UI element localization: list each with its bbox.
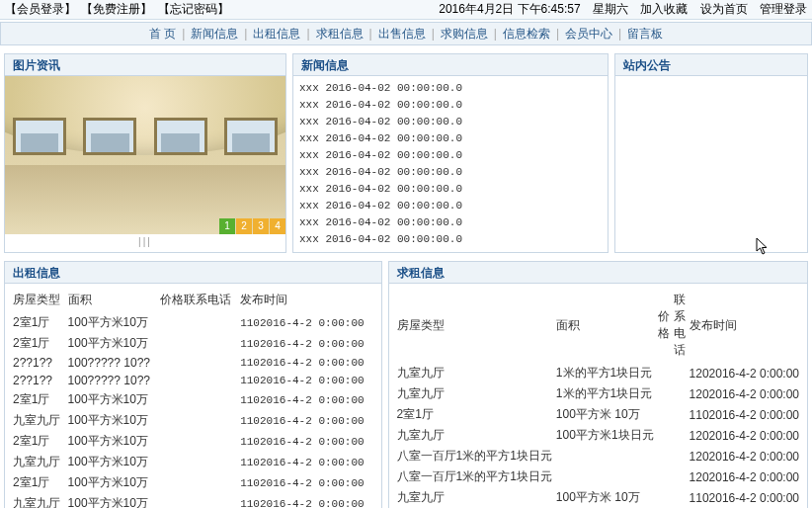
table-cell bbox=[158, 354, 238, 372]
pager-item[interactable]: 2 bbox=[236, 218, 252, 234]
table-row[interactable]: 九室九厅1米的平方1块日元1202016-4-2 0:00:00 bbox=[395, 383, 802, 404]
table-row[interactable]: 九室九厅100平方米1块日元1202016-4-2 0:00:00 bbox=[395, 425, 802, 446]
register-link[interactable]: 【免费注册】 bbox=[81, 2, 152, 16]
rent-seek-panel: 求租信息 房屋类型面积价格联系电话发布时间 九室九厅1米的平方1块日元12020… bbox=[388, 261, 809, 508]
table-cell: 1102016-4-2 0:00:00 bbox=[238, 493, 374, 508]
news-item[interactable]: xxx 2016-04-02 00:00:00.0 bbox=[299, 164, 602, 181]
table-cell: 100平方米 10万 bbox=[554, 487, 656, 508]
table-row[interactable]: 2室1厅100平方米 10万1102016-4-2 0:00:00 bbox=[395, 404, 802, 425]
nav-item[interactable]: 求租信息 bbox=[316, 26, 364, 42]
table-cell: 九室九厅 bbox=[395, 383, 554, 404]
news-panel: 新闻信息 xxx 2016-04-02 00:00:00.0xxx 2016-0… bbox=[292, 53, 609, 253]
table-row[interactable]: 九室九厅100平方米10万1102016-4-2 0:00:00 bbox=[11, 493, 375, 508]
table-row[interactable]: 2室1厅100平方米10万1102016-4-2 0:00:00 bbox=[11, 333, 375, 354]
admin-login-link[interactable]: 管理登录 bbox=[760, 2, 807, 16]
table-header: 价格联系电话 bbox=[158, 288, 238, 312]
table-cell: 100平方米10万 bbox=[66, 410, 158, 431]
table-cell: 1102016-4-2 0:00:00 bbox=[238, 333, 374, 354]
news-item[interactable]: xxx 2016-04-02 00:00:00.0 bbox=[299, 214, 602, 231]
news-item[interactable]: xxx 2016-04-02 00:00:00.0 bbox=[299, 114, 602, 130]
top-bar-left: 【会员登录】 【免费注册】 【忘记密码】 bbox=[4, 1, 230, 18]
table-cell: 2室1厅 bbox=[11, 431, 66, 452]
table-cell: 1102016-4-2 0:00:00 bbox=[238, 312, 374, 333]
table-cell bbox=[656, 404, 672, 425]
table-row[interactable]: 2室1厅100平方米10万1102016-4-2 0:00:00 bbox=[11, 389, 375, 410]
table-cell: 100平方米1块日元 bbox=[554, 425, 656, 446]
table-row[interactable]: 九室九厅100平方米 10万1102016-4-2 0:00:00 bbox=[395, 487, 802, 508]
table-cell: 2室1厅 bbox=[11, 312, 66, 333]
table-row[interactable]: 九室九厅1米的平方1块日元1202016-4-2 0:00:00 bbox=[395, 363, 802, 383]
table-cell bbox=[656, 363, 672, 383]
news-item[interactable]: xxx 2016-04-02 00:00:00.0 bbox=[299, 198, 602, 214]
nav-item[interactable]: 新闻信息 bbox=[191, 26, 238, 42]
table-header: 联系电话 bbox=[672, 288, 688, 363]
nav-item[interactable]: 信息检索 bbox=[503, 26, 550, 42]
pager-item[interactable]: 1 bbox=[219, 218, 235, 234]
news-item[interactable]: xxx 2016-04-02 00:00:00.0 bbox=[299, 147, 602, 164]
table-row[interactable]: 九室九厅100平方米10万1102016-4-2 0:00:00 bbox=[11, 452, 375, 472]
table-cell: 100????? 10?? bbox=[66, 372, 158, 389]
nav-item[interactable]: 出租信息 bbox=[253, 26, 300, 42]
nav-item[interactable]: 求购信息 bbox=[441, 26, 488, 42]
table-row[interactable]: 2室1厅100平方米10万1102016-4-2 0:00:00 bbox=[11, 431, 375, 452]
table-cell: 1202016-4-2 0:00:00 bbox=[688, 466, 801, 487]
photo-carousel[interactable]: 1234 bbox=[5, 76, 285, 234]
table-cell: 八室一百厅1米的平方1块日元 bbox=[395, 446, 554, 466]
news-item[interactable]: xxx 2016-04-02 00:00:00.0 bbox=[299, 181, 602, 198]
table-cell bbox=[672, 383, 688, 404]
table-row[interactable]: 九室九厅100平方米10万1102016-4-2 0:00:00 bbox=[11, 410, 375, 431]
table-row[interactable]: 八室一百厅1米的平方1块日元1202016-4-2 0:00:00 bbox=[395, 466, 802, 487]
announcement-panel: 站内公告 bbox=[614, 53, 808, 253]
table-cell: 九室九厅 bbox=[395, 487, 554, 508]
table-cell bbox=[158, 372, 238, 389]
weekday-label: 星期六 bbox=[593, 2, 628, 16]
rent-seek-title: 求租信息 bbox=[389, 262, 808, 284]
table-cell bbox=[656, 383, 672, 404]
table-header: 房屋类型 bbox=[395, 288, 554, 363]
news-item[interactable]: xxx 2016-04-02 00:00:00.0 bbox=[299, 130, 602, 147]
table-cell: 2室1厅 bbox=[11, 333, 66, 354]
nav-item[interactable]: 首 页 bbox=[149, 26, 176, 42]
nav-separator: | bbox=[369, 27, 372, 41]
nav-item[interactable]: 出售信息 bbox=[378, 26, 426, 42]
table-cell: 100平方米10万 bbox=[66, 472, 158, 493]
top-bar-right: 2016年4月2日 下午6:45:57 星期六 加入收藏 设为首页 管理登录 bbox=[431, 1, 808, 18]
nav-separator: | bbox=[432, 27, 435, 41]
add-favorite-link[interactable]: 加入收藏 bbox=[640, 2, 688, 16]
news-item[interactable]: xxx 2016-04-02 00:00:00.0 bbox=[299, 231, 602, 248]
table-cell bbox=[158, 389, 238, 410]
pager-item[interactable]: 4 bbox=[270, 218, 285, 234]
table-row[interactable]: 八室一百厅1米的平方1块日元1202016-4-2 0:00:00 bbox=[395, 446, 802, 466]
table-row[interactable]: 2??1??100????? 10??1102016-4-2 0:00:00 bbox=[11, 354, 375, 372]
table-cell: 100平方米10万 bbox=[66, 312, 158, 333]
table-cell: 1102016-4-2 0:00:00 bbox=[688, 487, 801, 508]
rent-out-panel: 出租信息 房屋类型面积价格联系电话发布时间 2室1厅100平方米10万11020… bbox=[4, 261, 382, 508]
table-cell bbox=[656, 487, 672, 508]
table-cell bbox=[554, 446, 656, 466]
table-cell: 1102016-4-2 0:00:00 bbox=[238, 452, 374, 472]
table-cell: 九室九厅 bbox=[395, 363, 554, 383]
main-nav: 首 页|新闻信息|出租信息|求租信息|出售信息|求购信息|信息检索|会员中心|留… bbox=[0, 22, 812, 45]
table-row[interactable]: 2室1厅100平方米10万1102016-4-2 0:00:00 bbox=[11, 312, 375, 333]
login-link[interactable]: 【会员登录】 bbox=[5, 2, 76, 16]
table-cell: 2室1厅 bbox=[11, 389, 66, 410]
pager-item[interactable]: 3 bbox=[253, 218, 269, 234]
nav-item[interactable]: 留言板 bbox=[627, 26, 663, 42]
table-cell: 1102016-4-2 0:00:00 bbox=[238, 389, 374, 410]
table-cell: 2??1?? bbox=[11, 372, 66, 389]
table-row[interactable]: 2室1厅100平方米10万1102016-4-2 0:00:00 bbox=[11, 472, 375, 493]
table-cell: 1202016-4-2 0:00:00 bbox=[688, 363, 801, 383]
news-item[interactable]: xxx 2016-04-02 00:00:00.0 bbox=[299, 80, 602, 97]
top-bar: 【会员登录】 【免费注册】 【忘记密码】 2016年4月2日 下午6:45:57… bbox=[0, 0, 812, 20]
table-cell: 1102016-4-2 0:00:00 bbox=[238, 431, 374, 452]
set-homepage-link[interactable]: 设为首页 bbox=[700, 2, 748, 16]
table-cell bbox=[158, 472, 238, 493]
table-cell: 100平方米 10万 bbox=[554, 404, 656, 425]
nav-item[interactable]: 会员中心 bbox=[565, 26, 612, 42]
table-row[interactable]: 2??1??100????? 10??1102016-4-2 0:00:00 bbox=[11, 372, 375, 389]
news-item[interactable]: xxx 2016-04-02 00:00:00.0 bbox=[299, 97, 602, 114]
table-header: 面积 bbox=[66, 288, 158, 312]
table-cell: 九室九厅 bbox=[11, 493, 66, 508]
table-cell bbox=[158, 312, 238, 333]
forgot-password-link[interactable]: 【忘记密码】 bbox=[158, 2, 229, 16]
